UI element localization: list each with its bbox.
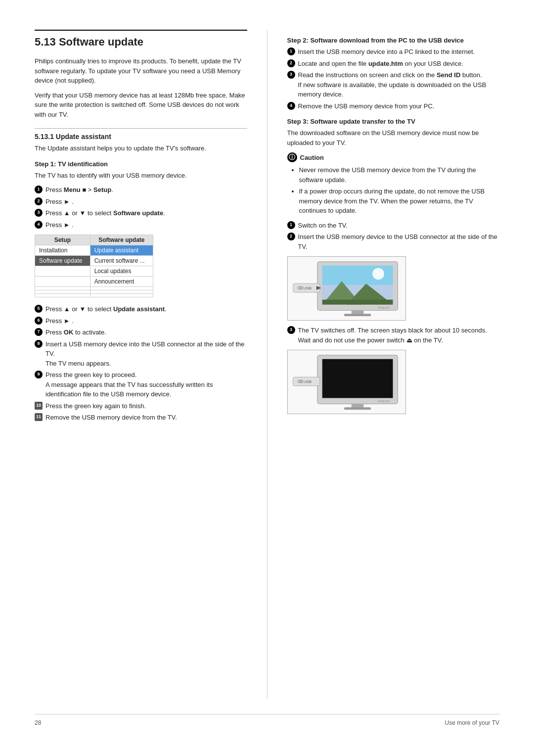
tv-image-2: ⌫ USB PHILIPS — [287, 350, 406, 414]
list-num: 1 — [35, 186, 43, 193]
list-num: 3 — [287, 326, 295, 334]
list-item: 11 Remove the USB memory device from the… — [35, 413, 247, 423]
step1-desc: The TV has to identify with your USB mem… — [35, 171, 247, 181]
menu-cell — [35, 290, 90, 294]
list-num: 6 — [35, 317, 43, 325]
svg-rect-7 — [351, 310, 363, 314]
list-num: 7 — [35, 328, 43, 336]
step3-list: 1 Switch on the TV. 2 Insert the USB mem… — [287, 221, 500, 252]
caution-icon: ⓘ — [287, 152, 297, 162]
svg-text:PHILIPS: PHILIPS — [378, 400, 390, 403]
caution-box: ⓘ Caution Never remove the USB memory de… — [287, 152, 500, 216]
svg-rect-15 — [351, 404, 363, 408]
step2-list: 5 Press ▲ or ▼ to select Update assistan… — [35, 304, 247, 423]
list-item: 1 Press Menu ■ > Setup. — [35, 185, 247, 195]
menu-cell — [35, 266, 90, 277]
list-item: 4 Remove the USB memory device from your… — [287, 101, 500, 111]
list-item: 7 Press OK to activate. — [35, 328, 247, 337]
subsection-desc: The Update assistant helps you to update… — [35, 143, 247, 153]
tv-image-1: ⌫ USB PHILIPS — [287, 256, 406, 321]
intro-para-2: Verify that your USB memory device has a… — [35, 91, 247, 120]
list-item: 8 Insert a USB memory device into the US… — [35, 339, 247, 369]
step3-desc: The downloaded software on the USB memor… — [287, 128, 500, 147]
svg-rect-16 — [344, 407, 371, 410]
list-item: 6 Press ► . — [35, 316, 247, 326]
menu-cell: Current software ... — [90, 256, 153, 266]
right-step2-list: 1 Insert the USB memory device into a PC… — [287, 47, 500, 111]
list-item: 9 Press the green key to proceed.A messa… — [35, 370, 247, 399]
list-num: 5 — [35, 305, 43, 313]
list-num: 3 — [287, 71, 295, 79]
menu-cell-highlight: Update assistant — [90, 245, 153, 256]
svg-rect-14 — [322, 359, 393, 398]
list-num: 9 — [35, 371, 43, 378]
list-item: 2 Insert the USB memory device to the US… — [287, 232, 500, 251]
step2-title: Step 2: Software download from the PC to… — [287, 37, 500, 44]
list-num: 2 — [35, 197, 43, 205]
list-num: 11 — [35, 413, 43, 421]
list-item: 3 Read the instructions on screen and cl… — [287, 70, 500, 99]
list-item: 1 Switch on the TV. — [287, 221, 500, 231]
list-item: 2 Locate and open the file update.htm on… — [287, 59, 500, 69]
svg-rect-8 — [344, 314, 371, 316]
menu-cell — [90, 294, 153, 297]
list-num: 8 — [35, 340, 43, 348]
svg-rect-6 — [322, 300, 393, 305]
menu-cell-selected: Software update — [35, 256, 90, 266]
svg-text:⌫ USB: ⌫ USB — [297, 286, 311, 290]
list-num: 4 — [35, 221, 43, 229]
caution-item: Never remove the USB memory device from … — [299, 165, 500, 185]
caution-list: Never remove the USB memory device from … — [287, 165, 500, 216]
list-num: 1 — [287, 47, 295, 55]
list-num: 2 — [287, 233, 295, 240]
menu-cell — [90, 287, 153, 290]
left-column: 5.13 Software update Philips continually… — [35, 30, 247, 699]
subsection-title: 5.13.1 Update assistant — [35, 128, 247, 141]
list-item: 10 Press the green key again to finish. — [35, 401, 247, 411]
list-num: 1 — [287, 221, 295, 229]
list-num: 3 — [35, 209, 43, 217]
svg-text:PHILIPS: PHILIPS — [378, 306, 390, 309]
menu-header-right: Software update — [90, 235, 153, 245]
right-column: Step 2: Software download from the PC to… — [267, 30, 500, 699]
footer-section-label: Use more of your TV — [445, 719, 499, 726]
list-num: 4 — [287, 102, 295, 110]
list-num: 2 — [287, 59, 295, 67]
list-item: 3 The TV switches off. The screen stays … — [287, 326, 500, 345]
list-item: 3 Press ▲ or ▼ to select Software update… — [35, 208, 247, 218]
menu-cell — [35, 277, 90, 287]
page: 5.13 Software update Philips continually… — [0, 0, 534, 756]
list-item: 5 Press ▲ or ▼ to select Update assistan… — [35, 304, 247, 314]
list-item: 2 Press ► . — [35, 197, 247, 207]
footer-page-num: 28 — [35, 719, 41, 726]
list-item: 1 Insert the USB memory device into a PC… — [287, 47, 500, 57]
caution-item: If a power drop occurs during the update… — [299, 187, 500, 216]
section-title: 5.13 Software update — [35, 30, 247, 48]
menu-cell — [35, 287, 90, 290]
page-footer: 28 Use more of your TV — [35, 714, 499, 726]
svg-point-3 — [372, 268, 384, 280]
step1-list: 1 Press Menu ■ > Setup. 2 Press ► . 3 Pr… — [35, 185, 247, 230]
menu-header-left: Setup — [35, 235, 90, 245]
step1-title: Step 1: TV identification — [35, 160, 247, 168]
step3-list-cont: 3 The TV switches off. The screen stays … — [287, 326, 500, 345]
menu-cell — [35, 294, 90, 297]
menu-cell — [90, 290, 153, 294]
menu-cell: Local updates — [90, 266, 153, 277]
svg-text:⌫ USB: ⌫ USB — [297, 379, 311, 384]
menu-cell: Announcement — [90, 277, 153, 287]
caution-title: ⓘ Caution — [287, 152, 500, 162]
intro-para-1: Philips continually tries to improve its… — [35, 56, 247, 86]
menu-cell: Installation — [35, 245, 90, 256]
list-item: 4 Press ► . — [35, 220, 247, 230]
menu-table: Setup Software update Installation Updat… — [35, 235, 153, 297]
step3-title: Step 3: Software update transfer to the … — [287, 118, 500, 125]
list-num: 10 — [35, 402, 43, 410]
